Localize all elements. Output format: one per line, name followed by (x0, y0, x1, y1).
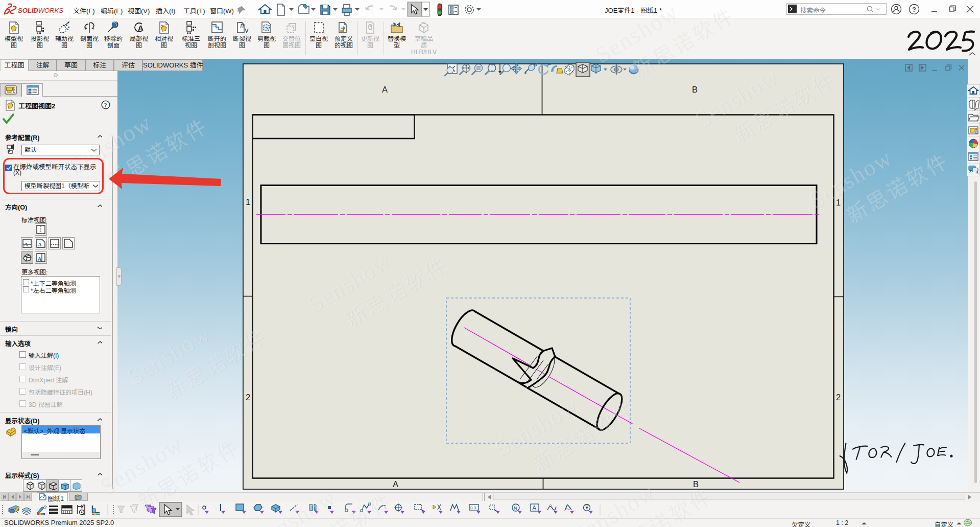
svg-text:1: 1 (246, 197, 250, 207)
svg-text:A: A (38, 256, 42, 262)
svg-text:2: 2 (836, 393, 841, 402)
svg-text:A: A (393, 479, 398, 489)
svg-text:B: B (692, 85, 698, 94)
svg-text:?: ? (104, 102, 107, 109)
svg-text:N: N (514, 506, 517, 511)
svg-text:A: A (24, 241, 28, 247)
svg-text:0.3: 0.3 (470, 506, 476, 510)
svg-text:A: A (382, 85, 388, 94)
svg-text:A: A (38, 241, 42, 247)
svg-text:2: 2 (246, 393, 250, 402)
svg-text:A: A (533, 505, 537, 511)
